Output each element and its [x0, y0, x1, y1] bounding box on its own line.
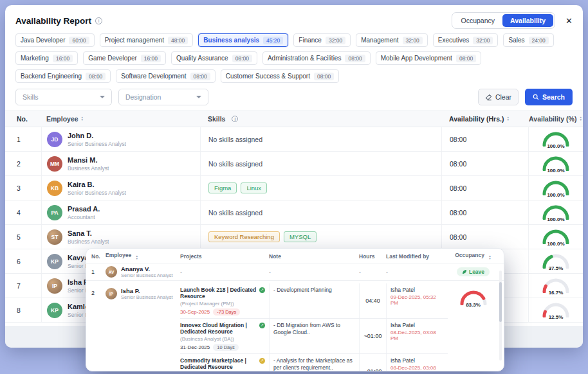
header-last-modified: Last Modified by	[386, 253, 448, 260]
search-button[interactable]: Search	[525, 89, 573, 105]
department-chip[interactable]: Marketing 16:00	[15, 51, 78, 65]
last-modified-cell: Isha Patel 09-Dec-2025, 05:32 PM	[386, 283, 448, 318]
sort-icon[interactable]: ▲▼	[81, 116, 84, 121]
chip-hours-badge: 32:00	[326, 37, 345, 44]
chip-hours-badge: 60:00	[69, 37, 89, 44]
project-subrow: Launch Book 218 | Dedicated Resource ↗ (…	[180, 283, 448, 318]
availability-percent-cell: 100.0%	[528, 152, 583, 175]
modified-date: 08-Dec-2025, 03:08 PM	[390, 330, 444, 341]
chip-hours-badge: 08:00	[314, 73, 334, 80]
department-chip[interactable]: Administration & Facilities 08:00	[262, 51, 371, 65]
hours-cell: ~01:00	[359, 354, 386, 371]
sort-icon[interactable]: ▲▼	[506, 116, 509, 121]
project-link-icon[interactable]: ↗	[259, 323, 265, 328]
header-employee[interactable]: Employee ▲▼	[41, 115, 200, 123]
projects-cell: -	[180, 269, 269, 275]
skills-cell: Keyword Researching MYSQL	[200, 225, 441, 249]
employee-role: Business Analyst	[68, 165, 109, 172]
hours-cell: ~01:00	[359, 319, 386, 353]
sort-icon[interactable]: ▲▼	[579, 116, 582, 121]
popup-scrollbar[interactable]	[499, 271, 502, 361]
employee-name: Isha P.	[121, 287, 172, 294]
department-chip[interactable]: Finance 32:00	[293, 33, 351, 47]
note-cell: - Development Planning	[269, 283, 359, 318]
project-link-icon[interactable]: ↗	[259, 358, 265, 364]
avatar: KB	[47, 181, 62, 196]
employee-role: Senior Business Analyst	[121, 272, 172, 278]
report-mode-toggle: Occupancy Availability	[452, 12, 556, 29]
project-name-link[interactable]: Commodity Marketplace | Dedicated Resour…	[180, 357, 257, 370]
department-chip[interactable]: Java Developer 60:00	[15, 33, 95, 47]
project-link-icon[interactable]: ↗	[259, 287, 265, 293]
modified-by-name: Isha Patel	[390, 287, 444, 293]
project-name-link[interactable]: Launch Book 218 | Dedicated Resource	[180, 287, 257, 299]
chip-hours-badge: 08:00	[190, 73, 210, 80]
table-row[interactable]: 3 KB Kaira B.Senior Business Analyst Fig…	[5, 176, 583, 200]
row-number: 1	[91, 269, 106, 275]
occupancy-toggle-button[interactable]: Occupancy	[454, 14, 503, 27]
department-chip[interactable]: Game Developer 16:00	[83, 51, 166, 65]
clear-button[interactable]: Clear	[478, 89, 519, 105]
department-chip[interactable]: Quality Assurance 08:00	[171, 51, 257, 65]
last-modified-cell: -	[386, 269, 448, 275]
scrollbar-thumb[interactable]	[499, 282, 502, 322]
employee-cell: IP Isha P. Senior Business Analyst	[106, 283, 180, 300]
employee-role: Business Analyst	[68, 238, 109, 245]
department-chip[interactable]: Executives 32:00	[433, 33, 499, 47]
popup-row[interactable]: 2 IP Isha P. Senior Business Analyst Lau…	[86, 281, 504, 371]
occupancy-gauge: 83.3%	[459, 289, 488, 308]
page-title: Availability Report	[15, 16, 91, 26]
availability-toggle-button[interactable]: Availability	[502, 14, 553, 27]
department-chip[interactable]: Management 32:00	[356, 33, 428, 47]
chip-label: Administration & Facilities	[268, 55, 341, 62]
availability-gauge: 16.7%	[542, 276, 570, 296]
report-info-icon[interactable]: i	[95, 17, 102, 24]
header-no: No.	[91, 253, 106, 260]
employee-role: Accountant	[68, 214, 100, 220]
department-chip[interactable]: Sales 24:00	[503, 33, 553, 47]
department-chip[interactable]: Customer Success & Support 08:00	[221, 69, 339, 83]
header-occupancy[interactable]: Occupancy ▲▼	[448, 252, 499, 260]
skills-select[interactable]: Skills	[15, 89, 112, 105]
department-chip[interactable]: Mobile App Development 08:00	[376, 51, 481, 65]
chip-label: Sales	[508, 37, 524, 44]
row-number: 7	[5, 274, 41, 298]
availability-percent-cell: 100.0%	[528, 225, 583, 249]
availability-gauge: 100.0%	[542, 154, 570, 174]
department-chip[interactable]: Software Development 08:00	[116, 69, 215, 83]
sort-icon[interactable]: ▲▼	[136, 255, 138, 260]
chip-hours-badge: 16:00	[141, 55, 161, 62]
department-chip[interactable]: Project management 48:00	[100, 33, 194, 47]
close-icon[interactable]: ✕	[565, 16, 573, 26]
header-employee[interactable]: Employee ▲▼	[106, 252, 180, 260]
sort-icon[interactable]: ▲▼	[488, 255, 491, 260]
skills-info-icon[interactable]: i	[232, 116, 238, 122]
designation-select[interactable]: Designation	[118, 89, 208, 105]
popup-row[interactable]: 1 AV Ananya V. Senior Business Analyst -…	[86, 263, 504, 281]
table-row[interactable]: 5 ST Sana T.Business Analyst Keyword Res…	[5, 225, 583, 249]
modified-date: 08-Dec-2025, 03:08 PM	[390, 365, 444, 371]
header-hours: Hours	[359, 253, 386, 260]
header-availability-hours[interactable]: Availability (Hrs.) ▲▼	[441, 115, 528, 123]
avatar: KP	[47, 254, 62, 269]
availability-gauge: 100.0%	[542, 227, 570, 247]
chip-label: Management	[361, 37, 398, 44]
chip-hours-badge: 32:00	[403, 37, 423, 44]
chip-label: Marketing	[21, 55, 49, 62]
project-cell: Launch Book 218 | Dedicated Resource ↗ (…	[180, 283, 269, 318]
project-name-link[interactable]: Innovex Cloud Migration | Dedicated Reso…	[180, 322, 257, 335]
department-chip[interactable]: Backend Engineering 08:00	[15, 69, 111, 83]
header-availability-percent[interactable]: Availability (%) ▲▼	[528, 115, 583, 123]
skills-cell: Figma Linux	[200, 176, 441, 200]
department-chip[interactable]: Business analysis 45:20	[198, 33, 288, 47]
avatar: AV	[106, 266, 117, 278]
header-projects: Projects	[180, 253, 269, 260]
table-row[interactable]: 4 PA Prasad A.Accountant No skills assig…	[5, 200, 583, 225]
project-subrow: Commodity Marketplace | Dedicated Resour…	[180, 353, 448, 371]
table-row[interactable]: 2 MM Mansi M.Business Analyst No skills …	[5, 152, 583, 176]
table-row[interactable]: 1 JD John D.Senior Business Analyst No s…	[5, 127, 583, 152]
page-background: Availability Report i Occupancy Availabi…	[0, 0, 588, 374]
employee-name: Kaira B.	[68, 181, 126, 188]
employee-name: Ananya V.	[121, 265, 172, 272]
availability-hours-cell: 08:00	[441, 225, 528, 249]
